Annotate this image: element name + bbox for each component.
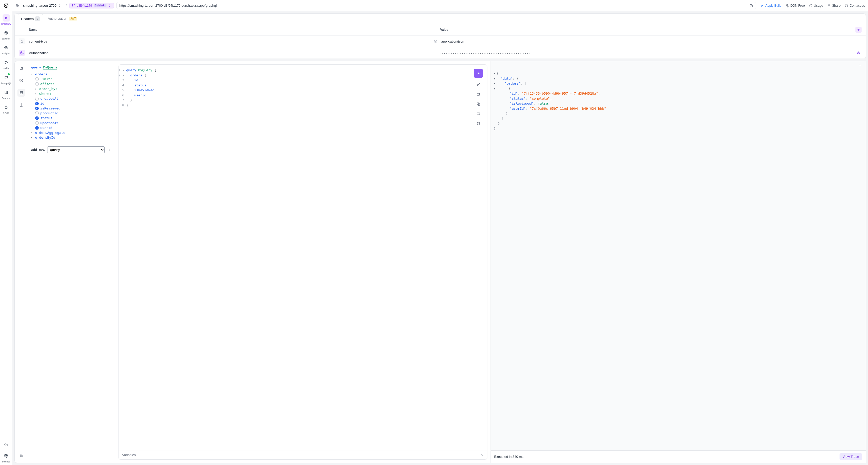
field-status[interactable]: status <box>35 115 112 121</box>
svg-marker-3 <box>5 32 7 33</box>
col-header-name: Name <box>29 28 440 32</box>
field-id[interactable]: id <box>35 101 112 106</box>
tree-node-ordersById[interactable]: ▸ordersById <box>31 135 112 140</box>
header-name[interactable]: content-type <box>29 39 440 43</box>
field-createdAt[interactable]: createdAt <box>35 96 112 101</box>
nav-label: Explorer <box>2 37 10 40</box>
add-tab-button[interactable] <box>857 62 863 68</box>
jwt-badge: JWT <box>69 16 77 21</box>
add-new-label: Add new <box>31 148 45 152</box>
query-editor[interactable]: 1 ▾2 ▾345678 query MyQuery { orders { id… <box>118 64 487 460</box>
endpoint-url[interactable]: https://smashing-tarpon-2700-d3f64f1179.… <box>117 2 756 9</box>
svg-rect-29 <box>477 93 479 95</box>
add-header-button[interactable] <box>856 27 862 33</box>
copy-icon[interactable] <box>749 4 753 7</box>
branch-icon <box>71 4 75 7</box>
nav-label: Insights <box>2 52 10 55</box>
add-new-select[interactable]: Query <box>47 146 105 153</box>
nav-label: Builds <box>3 67 9 70</box>
url-text: https://smashing-tarpon-2700-d3f64f1179.… <box>119 4 747 7</box>
svg-rect-17 <box>828 5 830 7</box>
globe-icon <box>16 4 19 7</box>
export-button[interactable] <box>18 101 25 109</box>
reveal-button[interactable] <box>856 50 862 56</box>
nav-promptql[interactable]: PromptQL <box>1 72 11 87</box>
share-query-button[interactable] <box>475 111 482 117</box>
svg-rect-25 <box>20 92 23 94</box>
graphiql-panel: query MyQuery ▾orders limit: offset: ▸or… <box>14 61 866 463</box>
tree-node-orders[interactable]: ▾orders <box>31 72 112 77</box>
nav-builds[interactable]: Builds <box>1 57 11 72</box>
response-body[interactable]: ▾{ ▾ "data": { ▾ "orders": [ ▾ { "id": "… <box>491 68 866 451</box>
header-value[interactable]: application/json <box>441 39 464 43</box>
document-explorer: query MyQuery ▾orders limit: offset: ▸or… <box>28 61 115 463</box>
svg-point-4 <box>6 47 7 48</box>
arg-orderby[interactable]: ▸order_by: <box>35 87 112 91</box>
apply-build-button[interactable]: Apply Build <box>761 4 781 7</box>
graphiql-toolbar <box>14 61 28 463</box>
svg-rect-32 <box>477 113 479 114</box>
tree-node-ordersAggregate[interactable]: ▸ordersAggregate <box>31 130 112 135</box>
nav-label: PromptQL <box>1 82 11 85</box>
run-button[interactable] <box>474 69 483 78</box>
usage-button[interactable]: Usage <box>809 4 823 7</box>
arg-offset[interactable]: offset: <box>35 81 112 87</box>
refresh-button[interactable] <box>475 121 482 127</box>
svg-rect-19 <box>847 6 848 6</box>
project-selector[interactable]: smashing-tarpon-2700 <box>22 3 63 8</box>
field-userId[interactable]: userId <box>35 125 112 130</box>
nav-settings[interactable]: Settings <box>1 450 11 465</box>
lock-icon <box>827 4 831 7</box>
nav-readme[interactable]: Readme <box>1 87 11 101</box>
add-new-plus[interactable]: + <box>107 148 112 152</box>
arg-limit[interactable]: limit: <box>35 77 112 81</box>
contact-button[interactable]: Contact us <box>845 4 865 7</box>
nav-insights[interactable]: Insights <box>1 42 11 57</box>
field-isReviewed[interactable]: isReviewed <box>35 106 112 111</box>
execution-time: Executed in 340 ms <box>494 455 524 459</box>
build-api-badge: Build API <box>94 4 107 7</box>
nav-label: OAuth <box>3 112 9 114</box>
header-name[interactable]: Authorization <box>29 51 440 55</box>
arg-where[interactable]: ▸where: <box>35 91 112 96</box>
main-sidebar: GraphiQL Explorer Insights Builds Prompt… <box>0 0 12 465</box>
history-button[interactable] <box>18 77 25 84</box>
tab-authorization[interactable]: Authorization JWT <box>44 14 80 24</box>
ddn-free-button[interactable]: DDN Free <box>785 4 805 7</box>
svg-marker-28 <box>477 72 479 74</box>
nav-label: GraphiQL <box>1 23 11 25</box>
wand-icon <box>761 4 764 7</box>
nav-oauth[interactable]: OAuth <box>1 101 11 117</box>
keyboard-shortcuts-button[interactable] <box>18 452 25 460</box>
copy-button[interactable] <box>475 101 482 107</box>
theme-toggle[interactable] <box>1 439 11 450</box>
view-trace-button[interactable]: View Trace <box>840 453 862 460</box>
nav-graphiql[interactable]: GraphiQL <box>1 12 11 27</box>
chevron-up-icon <box>480 453 484 457</box>
headset-icon <box>845 4 848 7</box>
tab-headers[interactable]: Headers 2 <box>18 13 43 24</box>
explorer-button[interactable] <box>18 89 25 97</box>
field-productId[interactable]: productId <box>35 111 112 115</box>
headers-panel: Headers 2 Authorization JWT Name Value <box>14 13 866 59</box>
variables-toggle[interactable]: Variables <box>119 450 487 459</box>
prettify-button[interactable] <box>475 81 482 88</box>
build-selector[interactable]: d3f64f1179 Build API <box>69 3 114 8</box>
new-badge-icon <box>7 73 10 76</box>
query-heading[interactable]: query MyQuery <box>31 65 112 69</box>
svg-rect-20 <box>21 41 23 42</box>
chevron-updown-icon <box>58 4 62 7</box>
svg-marker-1 <box>5 17 7 19</box>
gear-icon[interactable] <box>19 50 25 56</box>
hasura-logo[interactable] <box>3 2 10 9</box>
nav-explorer[interactable]: Explorer <box>1 27 11 42</box>
svg-point-5 <box>5 61 5 62</box>
merge-button[interactable] <box>475 91 482 97</box>
info-icon[interactable] <box>432 38 439 44</box>
layers-icon <box>785 4 789 7</box>
docs-button[interactable] <box>18 64 25 72</box>
svg-point-2 <box>5 31 8 34</box>
header-value-masked[interactable]: ••••••••••••••••••••••••••••••••••••••••… <box>440 52 530 55</box>
share-button[interactable]: Share <box>827 4 841 7</box>
field-updatedAt[interactable]: updatedAt <box>35 121 112 125</box>
